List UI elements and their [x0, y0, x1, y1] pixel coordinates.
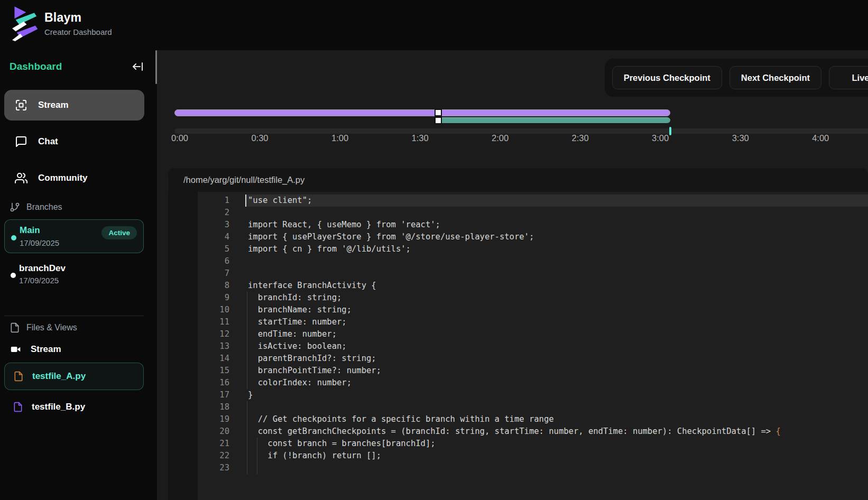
indent-guide — [247, 377, 247, 389]
indent-guide — [257, 438, 257, 450]
sidebar: Blaym Creator Dashboard Dashboard Stream… — [0, 0, 157, 500]
main-branch-slider-handle[interactable] — [435, 109, 442, 116]
line-text: import { cn } from '@/lib/utils'; — [245, 243, 868, 255]
active-badge: Active — [101, 226, 137, 239]
chat-icon — [15, 135, 27, 148]
line-number: 10 — [168, 304, 229, 316]
file-item-testfile-a[interactable]: testfile_A.py — [4, 363, 144, 390]
line-text: if (!branch) return []; — [245, 450, 868, 462]
indent-guide — [247, 401, 247, 413]
line-text: startTime: number; — [245, 316, 868, 328]
code-line: 10 branchName: string; — [168, 304, 868, 316]
file-icon — [10, 322, 20, 333]
indent-guide — [247, 425, 247, 438]
code-line: 6 — [168, 255, 868, 267]
sidebar-item-chat[interactable]: Chat — [4, 126, 144, 157]
screen-share-icon — [15, 99, 27, 112]
time-label: 0:00 — [171, 133, 188, 143]
time-label: 0:30 — [251, 133, 268, 143]
line-number: 20 — [168, 425, 229, 438]
code-line: 4import { usePlayerStore } from '@/store… — [168, 231, 868, 243]
branch-item-branchdev[interactable]: branchDev 17/09/2025 — [4, 260, 144, 290]
code-line: 1"use client"; — [168, 195, 868, 207]
time-label: 4:00 — [812, 133, 829, 143]
line-number: 23 — [168, 462, 229, 474]
dev-branch-slider-track[interactable] — [438, 117, 671, 124]
indent-guide — [247, 304, 247, 316]
indent-guide — [247, 316, 247, 328]
branches-title: Branches — [26, 202, 62, 212]
line-text: colorIndex: number; — [245, 377, 868, 389]
main-branch-slider-track[interactable] — [174, 109, 670, 116]
view-label: Stream — [31, 344, 61, 355]
branch-item-main[interactable]: Main 17/09/2025 Active — [4, 219, 144, 253]
line-number: 3 — [168, 219, 229, 231]
sidebar-item-community[interactable]: Community — [4, 163, 144, 193]
brand-subtitle: Creator Dashboard — [44, 27, 112, 36]
line-number: 16 — [168, 377, 229, 389]
indent-guide — [247, 438, 247, 450]
code-line: 18 — [168, 401, 868, 413]
view-item-stream[interactable]: Stream — [4, 340, 144, 358]
code-line: 21 const branch = branches[branchId]; — [168, 438, 868, 450]
code-line: 22 if (!branch) return []; — [168, 450, 868, 462]
line-number: 6 — [168, 255, 229, 267]
file-label: testfile_B.py — [32, 402, 85, 412]
indent-guide — [247, 450, 247, 462]
blaym-logo-icon — [8, 5, 39, 41]
file-purple-icon — [13, 402, 23, 412]
code-line: 16 colorIndex: number; — [168, 377, 868, 389]
sidebar-divider — [4, 316, 144, 316]
file-orange-icon — [13, 371, 24, 382]
code-line: 19 // Get checkpoints for a specific bra… — [168, 413, 868, 425]
video-camera-icon — [11, 344, 21, 355]
time-label: 1:00 — [331, 133, 348, 143]
line-text: const getBranchCheckpoints = (branchId: … — [245, 425, 868, 438]
code-editor: /home/yarg/git/null/testfile_A.py 1"use … — [168, 168, 868, 500]
checkpoint-tick[interactable] — [669, 127, 671, 135]
users-icon — [15, 172, 27, 184]
line-text: import { usePlayerStore } from '@/store/… — [245, 231, 868, 243]
editor-header: /home/yarg/git/null/testfile_A.py — [168, 168, 868, 192]
line-text — [245, 462, 868, 474]
line-number: 2 — [168, 207, 229, 219]
nav-label: Chat — [38, 136, 58, 147]
time-label: 1:30 — [412, 133, 429, 143]
line-text: branchName: string; — [245, 304, 868, 316]
indent-guide — [247, 462, 247, 474]
file-item-testfile-b[interactable]: testfile_B.py — [4, 396, 144, 418]
sidebar-item-stream[interactable]: Stream — [4, 90, 144, 121]
line-text: interface BranchActivity { — [245, 280, 868, 292]
collapse-sidebar-icon[interactable] — [132, 60, 144, 73]
line-text: const branch = branches[branchId]; — [245, 438, 868, 450]
dev-branch-slider-handle[interactable] — [435, 117, 442, 124]
indent-guide — [247, 413, 247, 425]
line-text: import React, { useMemo } from 'react'; — [245, 219, 868, 231]
code-line: 2 — [168, 207, 868, 219]
checkpoint-track[interactable] — [174, 128, 868, 134]
branch-date: 17/09/2025 — [20, 238, 59, 247]
code-line: 3import React, { useMemo } from 'react'; — [168, 219, 868, 231]
code-line: 12 endTime: number; — [168, 328, 868, 340]
branch-dot — [11, 235, 16, 240]
files-section-label: Files & Views — [10, 322, 77, 333]
line-text — [245, 255, 868, 267]
code-line: 7 — [168, 267, 868, 280]
time-label: 3:00 — [652, 133, 669, 143]
indent-guide — [257, 462, 257, 474]
dashboard-title: Dashboard — [10, 61, 62, 72]
time-label: 3:30 — [732, 133, 749, 143]
brand-name: Blaym — [44, 11, 112, 25]
indent-guide — [257, 450, 257, 462]
line-text: isActive: boolean; — [245, 340, 868, 353]
code-line: 11 startTime: number; — [168, 316, 868, 328]
line-number: 8 — [168, 280, 229, 292]
line-number: 1 — [168, 195, 229, 207]
sidebar-scrollbar[interactable] — [155, 50, 157, 84]
nav-label: Community — [38, 173, 88, 183]
line-text: parentBranchId?: string; — [245, 353, 868, 365]
branch-name: branchDev — [19, 263, 66, 274]
line-number: 17 — [168, 389, 229, 401]
code-line: 15 branchPointTime?: number; — [168, 365, 868, 377]
timeline: 0:000:301:001:302:002:303:003:304:00 — [174, 50, 868, 151]
